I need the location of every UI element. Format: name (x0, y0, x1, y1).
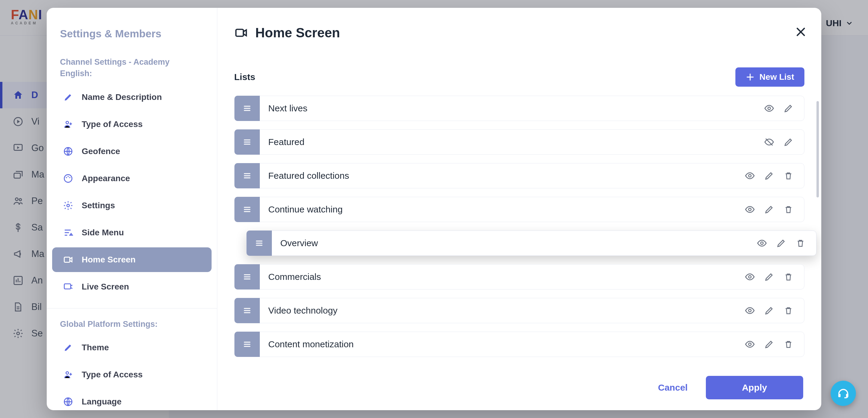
list-row-actions (744, 272, 804, 282)
close-icon (795, 26, 807, 38)
sidebar-item-language[interactable]: Language (52, 389, 212, 410)
drag-handle[interactable] (235, 129, 260, 155)
sidebar-item-label: Name & Description (82, 93, 162, 102)
headset-icon (837, 387, 850, 400)
modal-footer: Cancel Apply (217, 367, 821, 410)
visibility-toggle[interactable] (756, 238, 767, 249)
list-row-featured-collections: Featured collections (234, 163, 804, 188)
drag-handle[interactable] (235, 264, 260, 289)
list-row-title: Content monetization (260, 339, 744, 349)
list-row-next-lives: Next lives (234, 96, 804, 121)
edit-button[interactable] (776, 238, 786, 249)
sidebar-item-name-description[interactable]: Name & Description (52, 85, 212, 109)
list-row-title: Featured (260, 137, 764, 147)
visibility-toggle[interactable] (744, 305, 755, 316)
edit-button[interactable] (764, 204, 775, 215)
delete-button[interactable] (783, 305, 794, 316)
drag-handle[interactable] (235, 332, 260, 357)
modal-main: Home Screen Lists New List Next lives Fe… (217, 8, 821, 410)
language-icon (63, 397, 73, 407)
settings-modal: Settings & Members Channel Settings - Ac… (47, 8, 821, 410)
sidebar-item-type-of-access-global[interactable]: Type of Access (52, 362, 212, 387)
sidebar-item-settings[interactable]: Settings (52, 193, 212, 218)
list-row-video-technology: Video technology (234, 298, 804, 323)
list-row-actions (756, 238, 816, 249)
sidebar-item-type-of-access[interactable]: Type of Access (52, 112, 212, 137)
sidebar-item-label: Settings (82, 201, 115, 210)
delete-button[interactable] (783, 339, 794, 350)
sidebar-item-label: Live Screen (82, 282, 129, 291)
new-list-button[interactable]: New List (735, 67, 804, 87)
delete-button[interactable] (783, 272, 794, 282)
sidebar-item-label: Side Menu (82, 228, 124, 237)
list-row-title: Featured collections (260, 171, 744, 181)
sidebar-item-label: Home Screen (82, 255, 135, 265)
visibility-toggle[interactable] (744, 170, 755, 181)
edit-button[interactable] (783, 103, 794, 114)
sidebar-item-home-screen[interactable]: Home Screen (52, 247, 212, 272)
sidebar-item-label: Theme (82, 343, 109, 352)
main-header: Home Screen (217, 8, 821, 40)
close-button[interactable] (793, 24, 809, 40)
delete-button[interactable] (783, 204, 794, 215)
sidebar-item-theme[interactable]: Theme (52, 335, 212, 360)
type-of-access-icon (63, 119, 73, 129)
list-row-title: Commercials (260, 272, 744, 282)
edit-button[interactable] (764, 339, 775, 350)
channel-settings-label: Channel Settings - Academy English: (47, 40, 217, 82)
settings-icon (63, 201, 73, 211)
sidebar-item-label: Type of Access (82, 370, 143, 380)
list-row-actions (744, 204, 804, 215)
list-row-continue-watching: Continue watching (234, 197, 804, 222)
edit-button[interactable] (764, 170, 775, 181)
visibility-toggle[interactable] (744, 272, 755, 282)
visibility-toggle[interactable] (744, 339, 755, 350)
list-row-content-monetization: Content monetization (234, 332, 804, 357)
new-list-label: New List (760, 72, 794, 82)
list-row-actions (764, 103, 804, 114)
modal-title: Settings & Members (47, 8, 217, 40)
list-row-overview: Overview (246, 231, 816, 256)
visibility-toggle[interactable] (744, 204, 755, 215)
main-body: Lists New List Next lives Featured Featu… (217, 40, 821, 367)
cancel-button[interactable]: Cancel (658, 382, 687, 393)
live-screen-icon (63, 282, 73, 292)
type-of-access-global-icon (63, 370, 73, 380)
home-screen-icon (63, 254, 73, 265)
list-row-title: Video technology (260, 306, 744, 316)
list-row-actions (744, 170, 804, 181)
sidebar-item-label: Appearance (82, 174, 130, 183)
edit-button[interactable] (764, 305, 775, 316)
list-row-actions (744, 305, 804, 316)
sidebar-item-appearance[interactable]: Appearance (52, 166, 212, 191)
list-row-title: Next lives (260, 103, 764, 113)
side-menu-icon (63, 228, 73, 238)
visibility-toggle[interactable] (764, 137, 775, 147)
edit-button[interactable] (783, 137, 794, 147)
delete-button[interactable] (783, 170, 794, 181)
apply-button[interactable]: Apply (706, 376, 803, 399)
drag-handle[interactable] (235, 298, 260, 323)
sidebar-item-live-screen[interactable]: Live Screen (52, 274, 212, 299)
list-row-title: Overview (272, 238, 756, 248)
drag-handle[interactable] (235, 96, 260, 121)
drag-handle[interactable] (247, 231, 272, 256)
appearance-icon (63, 173, 73, 183)
scrollbar-thumb[interactable] (816, 101, 819, 198)
visibility-toggle[interactable] (764, 103, 775, 114)
drag-handle[interactable] (235, 163, 260, 188)
camera-icon (234, 26, 248, 40)
page-title: Home Screen (255, 25, 340, 40)
list-row-commercials: Commercials (234, 264, 804, 289)
modal-sidebar: Settings & Members Channel Settings - Ac… (47, 8, 217, 410)
sidebar-item-geofence[interactable]: Geofence (52, 139, 212, 164)
delete-button[interactable] (795, 238, 806, 249)
list-row-actions (744, 339, 804, 350)
list-row-title: Continue watching (260, 204, 744, 215)
global-settings-label: Global Platform Settings: (47, 309, 217, 333)
edit-button[interactable] (764, 272, 775, 282)
drag-handle[interactable] (235, 197, 260, 222)
list-row-actions (764, 137, 804, 147)
sidebar-item-side-menu[interactable]: Side Menu (52, 220, 212, 245)
support-fab[interactable] (831, 381, 856, 406)
